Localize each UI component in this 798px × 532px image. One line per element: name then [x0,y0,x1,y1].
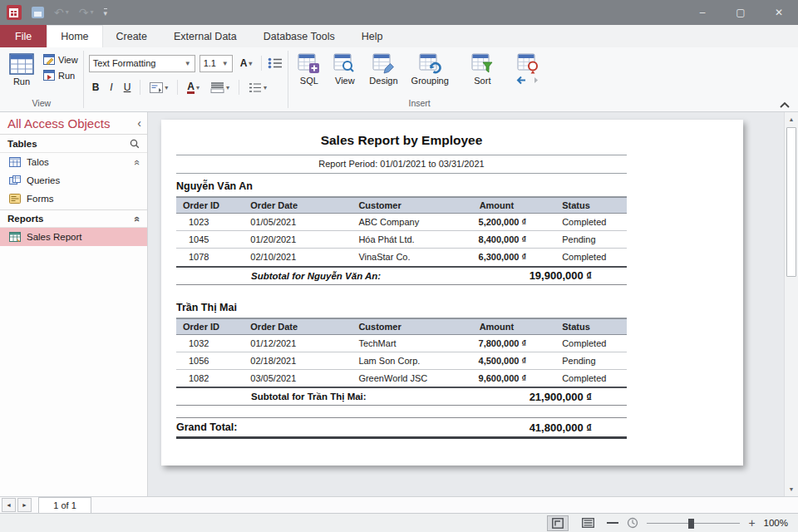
italic-button[interactable]: I [106,81,116,94]
filter-pin-icon [517,53,539,74]
chevron-down-icon: ▾ [226,84,229,91]
report-view-button[interactable] [577,515,598,531]
bold-button[interactable]: B [89,81,103,94]
collapse-ribbon-chevron-icon[interactable] [780,102,790,108]
underline-button[interactable]: U [121,81,135,94]
zoom-out-button[interactable] [607,522,618,524]
subtotal-label: Subtotal for Trần Thị Mai: [251,392,367,401]
zoom-slider-handle[interactable] [688,519,694,529]
text-formatting-group: Text Formatting ▼ 1.1 ▼ A ▾ [84,47,288,111]
tab-help[interactable]: Help [348,25,397,47]
nav-pane-header: All Access Objects ‹ [0,112,147,135]
tab-file[interactable]: File [0,25,47,47]
run-icon [43,70,55,81]
tab-external-data[interactable]: External Data [160,25,250,47]
maximize-button[interactable]: ▢ [722,0,760,25]
run-small-button[interactable]: Run [43,70,78,81]
nav-group-reports[interactable]: Reports « [0,209,147,228]
orders-table-1: Order ID Order Date Customer Amount Stat… [176,197,627,266]
grand-total-row: Grand Total: 41,800,000 ₫ [176,417,627,439]
form-icon [9,194,21,204]
access-app-icon [7,5,22,20]
zoom-dial-icon [627,517,638,529]
zoom-in-button[interactable]: + [748,518,755,528]
sql-button[interactable]: SQL [293,51,324,88]
report-title: Sales Report by Employee [176,130,627,155]
collapse-group-icon[interactable]: « [131,160,143,165]
font-button[interactable]: A ▾ [237,57,256,70]
scroll-down-icon[interactable]: ▼ [785,483,798,495]
tab-home[interactable]: Home [47,25,102,47]
access-window: ↶▾ ↷▾ ▾ – ▢ ✕ File Home Create External … [0,0,798,532]
next-page-button[interactable]: ► [17,498,32,512]
vertical-scrollbar[interactable]: ▲ ▼ [784,112,798,496]
chevron-down-icon: ▾ [165,84,168,91]
view-button[interactable]: View [43,54,78,65]
insert-group-label: Insert [293,98,545,111]
close-button[interactable]: ✕ [760,0,798,25]
column-header: Order Date [244,318,352,334]
bullet-list-button[interactable]: ▾ [245,81,270,94]
tab-create[interactable]: Create [103,25,161,47]
customize-qat-icon[interactable]: ▾ [104,8,108,17]
column-header: Customer [352,198,465,214]
page-navigator: ◄ ► 1 of 1 [0,496,798,513]
collapse-group-icon[interactable]: « [131,216,143,221]
column-header: Amount [465,318,532,334]
scroll-up-icon[interactable]: ▲ [785,113,798,126]
employee-name: Nguyễn Văn An [176,174,627,196]
table-row: 1078 02/10/2021 VinaStar Co. 6,300,000 ₫… [176,249,627,266]
chevron-down-icon: ▾ [196,84,200,91]
orders-table-2: Order ID Order Date Customer Amount Stat… [176,318,627,387]
font-color-button[interactable]: A ▾ [184,81,203,95]
column-header: Order ID [176,318,244,334]
minimize-button[interactable]: – [683,0,722,25]
separator [140,80,140,95]
insert-view-button[interactable]: View [329,51,360,88]
run-button[interactable]: Run [5,51,38,89]
grouping-button[interactable]: Grouping [407,51,453,88]
nav-item-talos[interactable]: Talos « [0,153,147,171]
sort-button[interactable]: Sort [467,51,498,88]
nav-item-forms[interactable]: Forms [0,190,147,208]
chevron-down-icon: ▾ [264,84,267,91]
employee-name: Trần Thị Mai [176,295,627,318]
subtotal-amount: 19,900,000 ₫ [530,269,592,282]
zoom-slider[interactable] [647,523,740,524]
design-button[interactable]: Design [365,51,401,88]
background-color-button[interactable]: ▾ [207,81,233,94]
scrollbar-thumb[interactable] [786,127,796,277]
nav-item-sales-report[interactable]: Sales Report [0,228,147,246]
line-spacing-combo[interactable]: 1.1 ▼ [200,55,233,72]
ribbon-tab-bar: File Home Create External Data Database … [0,25,798,47]
quick-access-toolbar: ↶▾ ↷▾ ▾ [7,5,107,20]
nav-item-queries[interactable]: Queries [0,171,147,190]
previous-page-button[interactable]: ◄ [2,498,16,512]
titlebar: ↶▾ ↷▾ ▾ – ▢ ✕ [0,0,798,25]
window-controls: – ▢ ✕ [683,0,798,25]
grand-total-amount: 41,800,000 ₫ [530,421,592,434]
search-icon[interactable] [130,139,140,149]
text-direction-button[interactable]: ▾ [146,81,171,94]
page-indicator: 1 of 1 [38,497,91,513]
tab-database-tools[interactable]: Database Tools [250,25,348,47]
numbered-list-icon[interactable] [268,57,283,69]
grand-total-label: Grand Total: [176,421,237,433]
ribbon: Run View Run [0,47,798,112]
undo-icon[interactable]: ↶▾ [54,7,69,18]
save-icon[interactable] [32,7,44,18]
report-icon [9,232,21,242]
magnifier-sheet-icon [333,53,356,74]
sql-icon [298,53,320,74]
insert-group: SQL View Design [288,47,550,111]
nav-pane-collapse-icon[interactable]: ‹ [137,116,141,130]
zoom-percentage[interactable]: 100% [764,518,788,528]
pencil-sheet-icon [372,53,395,74]
filter-button[interactable] [512,51,545,87]
nav-group-tables[interactable]: Tables [0,135,147,153]
text-format-combo[interactable]: Text Formatting ▼ [89,55,195,72]
redo-icon[interactable]: ↷▾ [79,7,94,18]
print-preview-view-button[interactable] [547,515,569,531]
separator [177,80,178,95]
table-header-row: Order ID Order Date Customer Amount Stat… [176,318,627,334]
